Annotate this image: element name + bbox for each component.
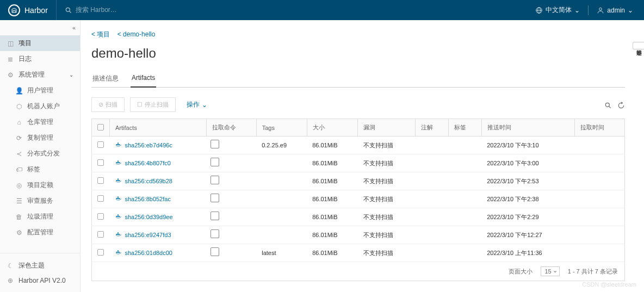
table-row: sha256:eb7d496c 0.2.25.e9 86.01MiB 不支持扫描… [92, 136, 625, 154]
sidebar-item-label: 用户管理 [27, 86, 53, 95]
theme-toggle[interactable]: ☾深色主题 [0, 258, 80, 274]
actions-dropdown[interactable]: 操作 ⌄ [187, 100, 207, 109]
docker-icon [115, 141, 122, 150]
select-all-checkbox[interactable] [97, 124, 104, 131]
copy-icon[interactable] [212, 248, 219, 256]
api-link[interactable]: ⊕Harbor API V2.0 [0, 274, 80, 288]
size-cell: 86.01MiB [307, 172, 358, 190]
docker-icon [115, 231, 122, 239]
sidebar-item-replication[interactable]: ⟳复制管理 [0, 130, 80, 146]
row-checkbox[interactable] [97, 177, 104, 184]
svg-rect-32 [116, 252, 117, 253]
svg-rect-30 [119, 234, 120, 235]
refresh-icon[interactable] [617, 100, 625, 109]
vuln-cell: 不支持扫描 [358, 244, 416, 262]
annotations-cell [416, 154, 449, 172]
search-icon[interactable] [604, 100, 612, 109]
sidebar-item-admin[interactable]: ⚙ 系统管理 ⌄ [0, 67, 80, 83]
row-checkbox[interactable] [97, 249, 104, 256]
user-label: admin [607, 7, 625, 14]
sidebar-item-users[interactable]: 👤用户管理 [0, 83, 80, 98]
breadcrumb-link[interactable]: < demo-hello [117, 30, 156, 38]
artifact-link[interactable]: sha256:0d39d9ee [115, 213, 201, 221]
sidebar-item-gc[interactable]: 🗑垃圾清理 [0, 209, 80, 225]
column-header[interactable]: 推送时间 [481, 119, 575, 136]
annotations-cell [416, 208, 449, 226]
replication-icon: ⟳ [15, 134, 23, 142]
row-checkbox[interactable] [97, 159, 104, 166]
push-time-cell: 2022/3/10 下午3:00 [481, 154, 575, 172]
column-header[interactable]: Tags [256, 119, 307, 136]
copy-icon[interactable] [212, 159, 219, 166]
svg-rect-10 [119, 144, 120, 145]
size-cell: 86.01MiB [307, 244, 358, 262]
chevron-down-icon: ⌄ [574, 7, 580, 14]
artifact-link[interactable]: sha256:01d8dc00 [115, 249, 201, 257]
artifact-link[interactable]: sha256:e9247fd3 [115, 231, 201, 239]
svg-rect-21 [117, 198, 119, 199]
digest-text: sha256:e9247fd3 [125, 232, 171, 238]
artifact-link[interactable]: sha256:4b807fc0 [115, 159, 201, 167]
collapse-icon[interactable]: « [72, 24, 76, 31]
row-checkbox[interactable] [97, 141, 104, 148]
vuln-cell: 不支持扫描 [358, 226, 416, 244]
sidebar-item-quotas[interactable]: ◎项目定额 [0, 177, 80, 193]
stop-scan-button[interactable]: ☐ 停止扫描 [130, 97, 176, 112]
tags-cell: 0.2.25.e9 [256, 136, 307, 154]
sidebar-item-config[interactable]: ⚙配置管理 [0, 225, 80, 240]
labels-cell [449, 172, 482, 190]
pull-time-cell [575, 208, 625, 226]
sidebar: « ◫ 项目 ≣ 日志 ⚙ 系统管理 ⌄ 👤用户管理 ⬡机器人账户 ⌂仓库管理 … [0, 20, 81, 292]
column-header[interactable]: 漏洞 [358, 119, 416, 136]
artifact-link[interactable]: sha256:eb7d496c [115, 141, 201, 150]
repo-icon: ⌂ [15, 119, 23, 126]
user-menu[interactable]: admin ⌄ [597, 7, 633, 14]
sidebar-item-registries[interactable]: ⌂仓库管理 [0, 114, 80, 130]
sidebar-item-projects[interactable]: ◫ 项目 [0, 35, 80, 51]
sidebar-item-label: 复制管理 [27, 133, 53, 142]
row-checkbox[interactable] [97, 195, 104, 202]
artifact-link[interactable]: sha256:cd569b28 [115, 177, 201, 185]
sidebar-item-audit[interactable]: ☰审查服务 [0, 193, 80, 209]
docker-icon [115, 177, 122, 185]
sidebar-item-distribution[interactable]: ≺分布式分发 [0, 146, 80, 161]
audit-icon: ☰ [15, 197, 23, 205]
sidebar-item-logs[interactable]: ≣ 日志 [0, 51, 80, 67]
digest-text: sha256:4b807fc0 [125, 160, 171, 166]
copy-icon[interactable] [212, 213, 219, 220]
digest-text: sha256:0d39d9ee [125, 214, 173, 220]
row-checkbox[interactable] [97, 213, 104, 220]
svg-rect-33 [117, 252, 119, 253]
language-selector[interactable]: 中文简体 ⌄ [535, 5, 580, 15]
svg-rect-16 [116, 180, 117, 181]
vuln-cell: 不支持扫描 [358, 154, 416, 172]
sidebar-item-label: 配置管理 [27, 228, 53, 237]
breadcrumb-link[interactable]: < 项目 [91, 30, 110, 38]
tags-cell [256, 226, 307, 244]
scan-button[interactable]: ⊘ 扫描 [91, 97, 125, 112]
artifact-link[interactable]: sha256:8b052fac [115, 195, 201, 203]
tab-artifacts[interactable]: Artifacts [131, 71, 156, 88]
tab-info[interactable]: 描述信息 [91, 71, 120, 88]
copy-icon[interactable] [212, 195, 219, 202]
table-header-row: Artifacts 拉取命令 Tags 大小 漏洞 注解 标签 推送时间 拉取时… [92, 119, 625, 136]
search-input[interactable] [76, 6, 184, 14]
column-header[interactable]: 拉取时间 [575, 119, 625, 136]
copy-icon[interactable] [212, 141, 219, 148]
sidebar-item-robots[interactable]: ⬡机器人账户 [0, 98, 80, 114]
svg-rect-20 [116, 198, 117, 199]
copy-icon[interactable] [212, 231, 219, 238]
column-header[interactable]: Artifacts [110, 119, 207, 136]
copy-icon[interactable] [212, 177, 219, 184]
row-checkbox[interactable] [97, 231, 104, 238]
recent-events-tab[interactable]: 近期事件 [633, 42, 644, 49]
annotations-cell [416, 136, 449, 154]
labels-cell [449, 244, 482, 262]
sidebar-item-labels[interactable]: 🏷标签 [0, 161, 80, 177]
button-label: 停止扫描 [145, 101, 169, 109]
admin-icon: ⚙ [7, 71, 14, 79]
button-label: 扫描 [106, 101, 117, 109]
page-size-select[interactable]: 15 [541, 266, 559, 276]
labels-cell [449, 136, 482, 154]
column-header[interactable]: 大小 [307, 119, 358, 136]
